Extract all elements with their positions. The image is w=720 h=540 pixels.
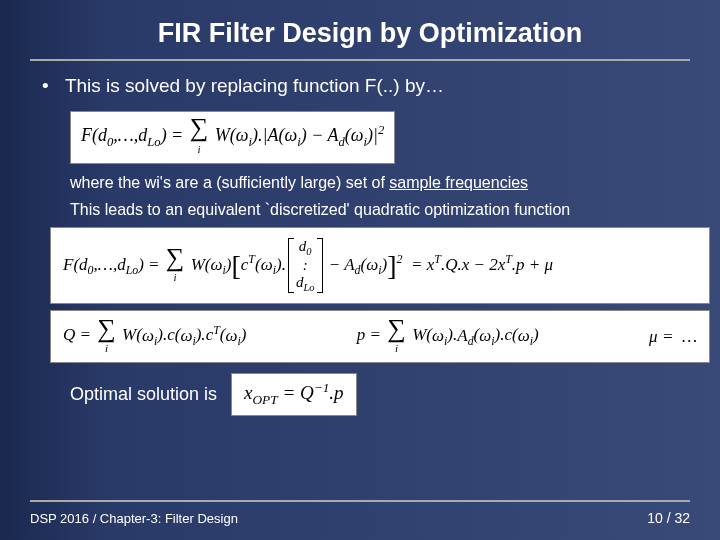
note1-b: sample frequencies	[389, 174, 528, 191]
formula-mu: μ = …	[649, 327, 697, 347]
slide-title: FIR Filter Design by Optimization	[80, 18, 660, 49]
optimal-line: Optimal solution is xOPT = Q−1.p	[30, 373, 690, 415]
page-sep: /	[663, 510, 675, 526]
formula-qpmu: Q = ∑i W(ωi).c(ωi).cT(ωi) p = ∑i W(ωi).A…	[50, 310, 710, 363]
footer-row: DSP 2016 / Chapter-3: Filter Design 10 /…	[30, 510, 690, 526]
formula-p: p = ∑i W(ωi).Ad(ωi).c(ωi)	[357, 319, 539, 354]
formula-discretized: F(d0,…,dLo) = ∑i W(ωi)[cT(ωi).d0:dLo − A…	[50, 227, 710, 305]
bullet-dot: •	[42, 75, 60, 97]
note1-a: where the wi's are a (sufficiently large…	[70, 174, 389, 191]
page-total: 32	[674, 510, 690, 526]
page-current: 10	[647, 510, 663, 526]
formula-f-sum: F(d0,…,dLo) = ∑i W(ωi).|A(ωi) − Ad(ωi)|2	[70, 111, 395, 164]
bullet-text: This is solved by replacing function F(.…	[65, 75, 444, 96]
divider-bottom	[30, 500, 690, 502]
footer-left: DSP 2016 / Chapter-3: Filter Design	[30, 511, 238, 526]
slide: FIR Filter Design by Optimization • This…	[0, 0, 720, 540]
note-line-1: where the wi's are a (sufficiently large…	[30, 172, 690, 194]
formula-q: Q = ∑i W(ωi).c(ωi).cT(ωi)	[63, 319, 246, 354]
content-area: • This is solved by replacing function F…	[0, 61, 720, 416]
title-area: FIR Filter Design by Optimization	[0, 0, 720, 55]
page-number: 10 / 32	[647, 510, 690, 526]
formula-optimal: xOPT = Q−1.p	[231, 373, 357, 415]
note-line-2: This leads to an equivalent `discretized…	[30, 199, 690, 221]
optimal-label: Optimal solution is	[70, 384, 217, 405]
footer: DSP 2016 / Chapter-3: Filter Design 10 /…	[0, 500, 720, 526]
bullet-item: • This is solved by replacing function F…	[30, 75, 690, 97]
